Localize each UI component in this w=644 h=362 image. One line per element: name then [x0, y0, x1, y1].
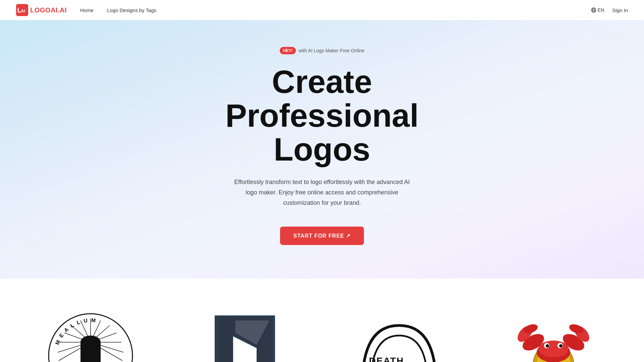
logo[interactable]: L AI LOGOAI.AI: [16, 4, 67, 16]
svg-text:DEATH: DEATH: [369, 356, 404, 362]
svg-point-23: [80, 336, 101, 349]
logo-icon: L AI: [16, 4, 28, 16]
hero-section: HEY! with AI Logo Maker Free Online Crea…: [0, 20, 644, 279]
logo-text: LOGOAI.AI: [30, 6, 67, 14]
hey-pill: HEY!: [280, 47, 296, 54]
n-logo-image: [208, 309, 282, 362]
svg-point-54: [546, 344, 549, 348]
crab-claw-logo-image: X CRAB CLAW: [506, 309, 600, 362]
list-item[interactable]: MEALLUM: [13, 279, 168, 362]
navbar-left: L AI LOGOAI.AI Home Logo Designs by Tags: [16, 4, 156, 16]
list-item[interactable]: [168, 279, 322, 362]
navbar-right: EN Sign In: [591, 7, 628, 13]
svg-text:AI: AI: [21, 9, 25, 13]
svg-point-55: [559, 344, 562, 348]
svg-point-51: [538, 341, 569, 357]
navbar: L AI LOGOAI.AI Home Logo Designs by Tags…: [0, 0, 644, 20]
logo-gallery: MEALLUM: [0, 279, 644, 362]
hero-title: Create Professional Logos: [171, 65, 473, 166]
nav-logo-designs[interactable]: Logo Designs by Tags: [107, 7, 156, 13]
hero-title-line2: Logos: [274, 131, 370, 167]
lang-selector[interactable]: EN: [591, 7, 604, 13]
hero-subtitle: Effortlessly transform text to logo effo…: [228, 177, 416, 208]
nav-home[interactable]: Home: [80, 7, 94, 13]
hero-title-line1: Create Professional: [225, 64, 419, 133]
start-for-free-button[interactable]: START FOR FREE ↗: [280, 227, 364, 245]
list-item[interactable]: DEATH STRANDING: [322, 279, 476, 362]
list-item[interactable]: X CRAB CLAW: [476, 279, 631, 362]
meallum-logo-image: MEALLUM: [44, 309, 138, 362]
hey-badge: HEY! with AI Logo Maker Free Online: [280, 47, 365, 54]
lang-code: EN: [598, 7, 604, 13]
globe-icon: [591, 7, 596, 13]
svg-marker-31: [218, 317, 233, 362]
death-stranding-logo-image: DEATH STRANDING: [352, 312, 446, 362]
hey-badge-text: with AI Logo Maker Free Online: [299, 48, 364, 53]
sign-in-button[interactable]: Sign In: [612, 7, 628, 13]
